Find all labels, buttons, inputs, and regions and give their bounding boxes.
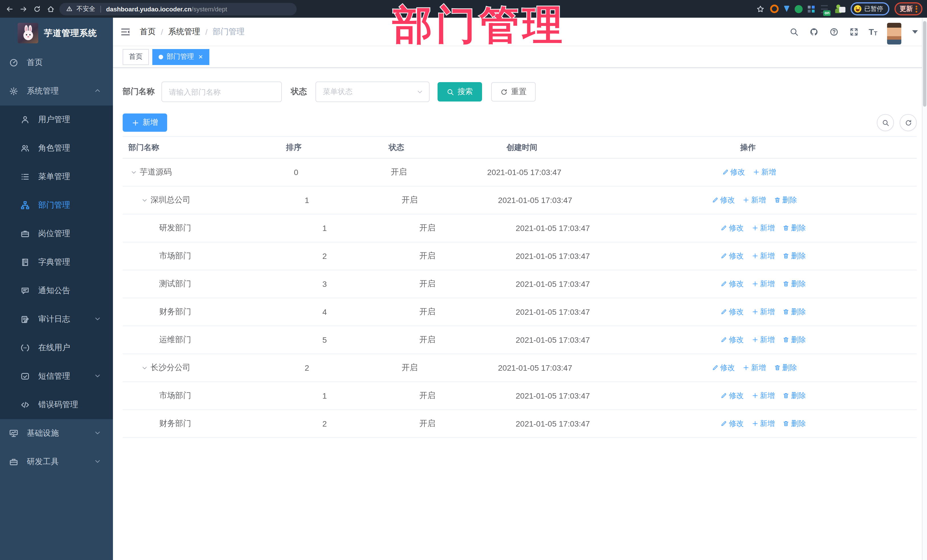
kebab-menu-icon[interactable] [916,5,917,12]
delete-row-button[interactable]: 删除 [783,307,806,317]
expand-arrow-icon[interactable] [131,169,137,175]
sidebar-item-system[interactable]: 系统管理 [0,77,113,106]
delete-row-button[interactable]: 删除 [783,279,806,289]
delete-row-button[interactable]: 删除 [783,391,806,401]
target-extension-icon[interactable] [770,5,779,13]
sidebar-item-notice[interactable]: 通知公告 [0,276,113,305]
tab-close-icon[interactable]: × [199,53,203,61]
edit-row-button[interactable]: 修改 [721,279,744,289]
fullscreen-icon[interactable] [849,27,859,37]
chevron-up-icon [94,87,101,96]
delete-row-button[interactable]: 删除 [774,195,797,205]
tab-部门管理[interactable]: 部门管理× [152,49,209,65]
sidebar-item-post[interactable]: 岗位管理 [0,220,113,248]
dept-name: 财务部门 [159,419,191,429]
add-row-button[interactable]: 新增 [752,251,775,261]
check-extension-icon[interactable] [795,5,802,13]
sidebar-item-online-user[interactable]: 在线用户 [0,334,113,362]
puzzle-extension-icon[interactable] [839,7,845,12]
home-icon[interactable] [46,4,56,14]
add-row-button[interactable]: 新增 [743,363,766,373]
app-logo-row[interactable]: 芋道管理系统 [0,18,113,49]
user-avatar[interactable] [887,23,901,44]
delete-row-button[interactable]: 删除 [774,363,797,373]
edit-row-button[interactable]: 修改 [721,391,744,401]
browser-update-button[interactable]: 更新 [895,2,922,15]
delete-icon [783,281,790,287]
toggle-search-button[interactable] [877,114,894,131]
github-icon[interactable] [808,27,819,37]
org-tree-icon [21,201,30,210]
font-size-icon[interactable]: TT [869,27,877,36]
sidebar-item-sms[interactable]: 短信管理 [0,362,113,391]
edit-row-button[interactable]: 修改 [722,167,745,178]
sidebar-item-error-code[interactable]: 错误码管理 [0,391,113,419]
sidebar-item-infra[interactable]: 基础设施 [0,419,113,448]
add-row-button[interactable]: 新增 [752,223,775,233]
edit-row-button[interactable]: 修改 [721,307,744,317]
add-row-button[interactable]: 新增 [752,307,775,317]
refresh-table-button[interactable] [900,114,917,131]
expand-arrow-icon[interactable] [141,365,148,371]
tab-首页[interactable]: 首页 [123,49,149,65]
reload-icon[interactable] [32,4,42,14]
search-icon[interactable] [789,27,799,37]
add-row-button[interactable]: 新增 [743,195,766,205]
sidebar-item-dept[interactable]: 部门管理 [0,191,113,220]
sidebar-item-role[interactable]: 角色管理 [0,134,113,162]
edit-icon [721,309,727,316]
help-icon[interactable] [828,27,839,37]
sidebar-item-menu[interactable]: 菜单管理 [0,162,113,191]
delete-row-button[interactable]: 删除 [783,251,806,261]
edit-row-button[interactable]: 修改 [721,251,744,261]
breadcrumb-system[interactable]: 系统管理 [168,27,200,37]
sidebar-item-dict[interactable]: 字典管理 [0,248,113,276]
column-header: 排序 [260,142,328,153]
edit-row-button[interactable]: 修改 [721,419,744,429]
dept-sort: 0 [262,168,330,177]
status-select[interactable]: 菜单状态 [316,82,430,102]
address-bar[interactable]: 不安全 dashboard.yudao.iocoder.cn/system/de… [59,3,296,15]
sidebar-item-home[interactable]: 首页 [0,49,113,77]
window-scrollbar[interactable] [922,18,927,560]
pin-extension-icon[interactable] [784,6,790,12]
reset-button[interactable]: 重置 [491,82,536,102]
sidebar-item-audit-log[interactable]: 审计日志 [0,305,113,334]
dept-sort: 2 [273,363,341,372]
dept-name-input[interactable] [161,82,282,102]
paused-label: 已暂停 [864,5,883,13]
add-row-button[interactable]: 新增 [752,419,775,429]
profile-paused-pill[interactable]: 已暂停 [851,2,889,15]
dept-created-time: 2021-01-05 17:03:47 [496,307,610,317]
dept-status: 开启 [341,195,478,205]
scrollbar-thumb[interactable] [923,21,926,107]
onetab-badge: on [824,10,831,16]
delete-row-button[interactable]: 删除 [783,335,806,345]
hamburger-icon[interactable] [117,23,134,40]
sidebar-item-dev-tools[interactable]: 研发工具 [0,448,113,476]
breadcrumb-home[interactable]: 首页 [140,27,156,37]
warning-icon [66,6,73,12]
onetab-extension-icon[interactable]: on [820,4,829,14]
add-row-button[interactable]: 新增 [753,167,776,178]
add-row-button[interactable]: 新增 [752,335,775,345]
sidebar-item-user[interactable]: 用户管理 [0,106,113,134]
delete-row-button[interactable]: 删除 [783,419,806,429]
expand-arrow-icon[interactable] [141,197,148,203]
avatar-caret-down-icon[interactable] [912,30,918,33]
edit-row-button[interactable]: 修改 [721,223,744,233]
edit-row-button[interactable]: 修改 [712,195,735,205]
add-button[interactable]: 新增 [123,114,167,132]
edit-row-button[interactable]: 修改 [721,335,744,345]
grid-extension-icon[interactable] [808,5,815,12]
edit-icon [721,393,727,399]
edit-row-button[interactable]: 修改 [712,363,735,373]
back-icon[interactable] [5,4,15,14]
delete-row-button[interactable]: 删除 [783,223,806,233]
sidebar-item-label: 菜单管理 [38,171,70,182]
bookmark-star-icon[interactable] [756,4,765,14]
add-row-button[interactable]: 新增 [752,391,775,401]
forward-icon[interactable] [18,4,29,14]
add-row-button[interactable]: 新增 [752,279,775,289]
search-button[interactable]: 搜索 [438,82,482,102]
